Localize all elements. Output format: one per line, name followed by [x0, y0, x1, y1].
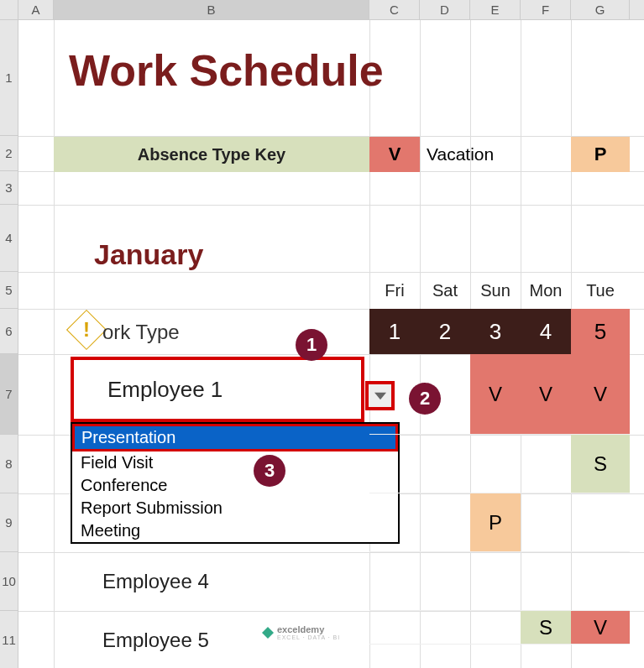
cal-cell[interactable]: S — [571, 435, 630, 493]
employee-5-label[interactable]: Employee 5 — [102, 629, 209, 652]
cal-cell[interactable] — [369, 354, 420, 435]
cal-cell[interactable] — [470, 552, 521, 611]
cal-cell[interactable] — [369, 435, 420, 493]
work-type-label-partial: ork Type — [102, 321, 180, 344]
day-number: 2 — [420, 309, 470, 354]
cal-cell[interactable] — [420, 552, 470, 611]
month-label: January — [94, 238, 203, 271]
cal-cell[interactable] — [369, 493, 420, 552]
select-all-corner[interactable] — [0, 0, 18, 19]
day-col-mon: Mon 4 — [521, 272, 571, 354]
cal-cell[interactable] — [420, 611, 470, 645]
absence-key-p-badge: P — [571, 137, 630, 172]
col-header-A[interactable]: A — [18, 0, 54, 19]
col-header-B[interactable]: B — [54, 0, 369, 19]
day-label: Tue — [571, 272, 630, 309]
cal-cell[interactable] — [369, 552, 420, 611]
error-indicator-icon[interactable]: ! — [66, 310, 107, 350]
annotation-badge-3: 3 — [254, 455, 285, 487]
calendar-col-tue: V S V — [571, 354, 630, 645]
cal-cell[interactable]: V — [571, 354, 630, 435]
column-headers: A B C D E F G — [0, 0, 644, 20]
day-label: Mon — [521, 272, 571, 309]
watermark-brand: exceldemy — [277, 624, 340, 634]
dropdown-item[interactable]: Meeting — [72, 519, 398, 542]
absence-key-vacation: Vacation — [420, 137, 571, 172]
cal-cell[interactable]: S — [521, 611, 571, 645]
row-header-8[interactable]: 8 — [0, 435, 18, 493]
cal-cell[interactable] — [521, 435, 571, 493]
page-title: Work Schedule — [69, 45, 384, 96]
row-header-5[interactable]: 5 — [0, 272, 18, 309]
cal-cell[interactable] — [521, 552, 571, 611]
active-cell-employee[interactable]: Employee 1 — [71, 357, 364, 422]
spreadsheet-grid[interactable]: Work Schedule Absence Type Key V Vacatio… — [18, 20, 644, 668]
col-header-G[interactable]: G — [571, 0, 630, 19]
employee-4-label[interactable]: Employee 4 — [102, 570, 209, 593]
cal-cell[interactable]: V — [470, 354, 521, 435]
dropdown-item[interactable]: Field Visit — [72, 451, 398, 474]
dropdown-item[interactable]: Conference — [72, 474, 398, 497]
row-header-10[interactable]: 10 — [0, 552, 18, 611]
cal-cell[interactable] — [571, 552, 630, 611]
row-header-9[interactable]: 9 — [0, 493, 18, 552]
day-number: 1 — [369, 309, 420, 354]
row-header-1[interactable]: 1 — [0, 20, 18, 136]
day-label: Fri — [369, 272, 420, 309]
col-header-D[interactable]: D — [420, 0, 470, 19]
calendar-col-mon: V S — [521, 354, 571, 645]
day-number: 5 — [571, 309, 630, 354]
cal-cell[interactable] — [420, 435, 470, 493]
logo-icon — [262, 627, 274, 639]
validation-dropdown-list[interactable]: Presentation Field Visit Conference Repo… — [71, 422, 400, 544]
cal-cell[interactable] — [470, 611, 521, 645]
day-col-tue: Tue 5 — [571, 272, 630, 354]
calendar-col-sat — [420, 354, 470, 645]
day-number: 4 — [521, 309, 571, 354]
day-label: Sat — [420, 272, 470, 309]
watermark: exceldemy EXCEL · DATA · BI — [262, 624, 340, 640]
absence-key-v-badge: V — [369, 137, 420, 172]
col-header-E[interactable]: E — [470, 0, 521, 19]
cal-cell[interactable] — [470, 435, 521, 493]
dropdown-item[interactable]: Report Submission — [72, 497, 398, 519]
row-header-6[interactable]: 6 — [0, 309, 18, 354]
dropdown-item-selected[interactable]: Presentation — [72, 424, 398, 451]
day-col-sun: Sun 3 — [470, 272, 521, 354]
row-header-2[interactable]: 2 — [0, 136, 18, 171]
day-col-sat: Sat 2 — [420, 272, 470, 354]
row-header-11[interactable]: 11 — [0, 611, 18, 668]
row-header-3[interactable]: 3 — [0, 171, 18, 205]
col-header-F[interactable]: F — [521, 0, 571, 19]
cal-cell[interactable] — [369, 611, 420, 645]
cal-cell[interactable]: P — [470, 493, 521, 552]
day-label: Sun — [470, 272, 521, 309]
calendar-col-sun: V P — [470, 354, 521, 645]
cal-cell[interactable] — [571, 493, 630, 552]
cal-cell[interactable] — [420, 493, 470, 552]
day-header-row: Fri 1 Sat 2 Sun 3 Mon 4 Tue 5 — [369, 272, 630, 354]
absence-key-label: Absence Type Key — [54, 137, 369, 172]
annotation-badge-1: 1 — [296, 329, 327, 361]
row-headers: 1 2 3 4 5 6 7 8 9 10 11 — [0, 20, 18, 668]
cal-cell[interactable]: V — [521, 354, 571, 435]
day-number: 3 — [470, 309, 521, 354]
cal-cell[interactable] — [521, 493, 571, 552]
absence-key-row: Absence Type Key V Vacation P — [54, 137, 630, 172]
row-header-7[interactable]: 7 — [0, 354, 18, 435]
row-header-4[interactable]: 4 — [0, 205, 18, 272]
cal-cell[interactable]: V — [571, 611, 630, 645]
cal-cell[interactable] — [420, 354, 470, 435]
col-header-C[interactable]: C — [369, 0, 420, 19]
day-col-fri: Fri 1 — [369, 272, 420, 354]
watermark-sub: EXCEL · DATA · BI — [277, 634, 340, 640]
exclamation-icon: ! — [83, 318, 90, 342]
calendar-col-fri — [369, 354, 420, 645]
